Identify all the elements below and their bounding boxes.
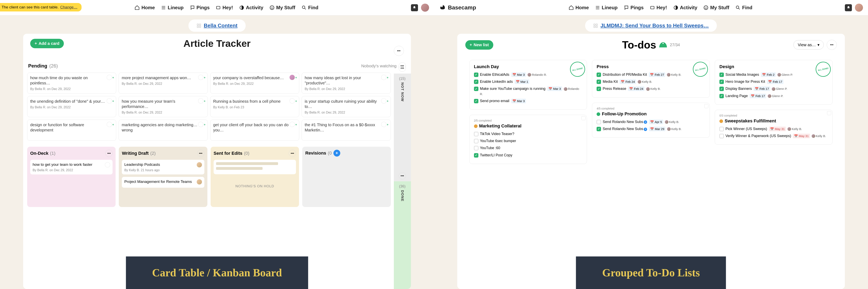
done-rail[interactable]: ••• (36) DONE	[394, 181, 411, 289]
checkbox[interactable]	[474, 99, 478, 103]
todo-item[interactable]: Send Rolando New Subs+ 📅 Mar 29 Kelly B.	[597, 127, 705, 132]
todo-item[interactable]: YouTube 6sec bumper	[474, 139, 583, 144]
checkbox[interactable]	[719, 134, 724, 138]
todo-item[interactable]: YouTube :60	[474, 145, 583, 150]
user-avatar[interactable]	[855, 4, 863, 12]
todo-item[interactable]: Hero Image for Press Kit 📅 Feb 17	[719, 79, 828, 84]
todo-item[interactable]: Send promo email 📅 Mar 3	[474, 99, 583, 104]
todo-list[interactable]: ALL DONE!Launch DayEnable EthicalAds 📅 M…	[469, 60, 587, 110]
not-now-rail[interactable]: ••• (15) NOT NOW	[394, 74, 411, 181]
not-now-menu[interactable]: •••	[399, 65, 406, 72]
nav-activity[interactable]: Activity	[239, 5, 264, 10]
todo-list[interactable]: 4/5 completedFollow-Up PromotionSend Rol…	[592, 103, 710, 138]
card[interactable]: the unending definition of "done" & your…	[27, 96, 116, 117]
card[interactable]: how you measure your team's performance……	[119, 96, 208, 117]
stage-card[interactable]: Leadership PodcastsBy Kelly B. 21 hours …	[122, 160, 204, 175]
stage-card[interactable]: Project Management for Remote Teams	[122, 177, 204, 188]
checkbox[interactable]	[474, 86, 478, 91]
checkbox[interactable]	[597, 127, 601, 131]
checkbox[interactable]	[597, 120, 601, 124]
todo-item[interactable]: Enable LinkedIn ads 📅 Mar 1	[474, 79, 583, 84]
nav-mystuff[interactable]: My Stuff	[703, 5, 729, 10]
change-visibility-link[interactable]: Change…	[60, 5, 78, 9]
todo-list[interactable]: 0/3 completedSweepstakes FulfillmentPick…	[715, 110, 833, 145]
stage-menu[interactable]: •••	[105, 150, 113, 157]
todo-list[interactable]: 2/5 completedMarketing CollateralTikTok …	[469, 115, 587, 164]
stage-menu[interactable]: •••	[289, 150, 296, 157]
done-menu[interactable]: •••	[399, 172, 406, 179]
todo-item[interactable]: Make sure YouTube campaign is running 📅 …	[474, 86, 583, 96]
todo-item[interactable]: Enable EthicalAds 📅 Mar 3 Rolando R.	[474, 72, 583, 77]
add-stage-button[interactable]: +	[334, 150, 340, 156]
project-breadcrumb[interactable]: JLMDMJ: Send Your Boss to Hell Sweeps…	[585, 20, 717, 32]
list-handle[interactable]	[582, 116, 586, 120]
card-table-menu[interactable]: •••	[394, 46, 404, 56]
card[interactable]: marketing agencies are doing marketing…w…	[119, 119, 208, 141]
card[interactable]: Running a business from a cell phoneBy K…	[210, 96, 299, 117]
nav-find[interactable]: Find	[302, 5, 318, 10]
stage-card[interactable]: how to get your team to work fasterBy Be…	[30, 160, 113, 175]
list-handle[interactable]	[704, 104, 708, 108]
nav-hey[interactable]: Hey!	[650, 5, 667, 10]
list-handle[interactable]	[827, 111, 831, 115]
todo-item[interactable]: TikTok Video Teaser?	[474, 132, 583, 137]
todos-menu[interactable]: •••	[827, 40, 837, 50]
nav-lineup[interactable]: Lineup	[595, 5, 618, 10]
checkbox[interactable]	[474, 153, 478, 157]
todo-item[interactable]: Send Rolando New Subs+ 📅 Apr 5 Kelly B.	[597, 119, 705, 124]
card[interactable]: how many ideas get lost in your "product…	[302, 73, 391, 94]
nav-mystuff[interactable]: My Stuff	[270, 5, 296, 10]
nav-pings[interactable]: Pings	[624, 5, 644, 10]
nav-lineup[interactable]: Lineup	[161, 5, 184, 10]
checkbox[interactable]	[474, 132, 478, 136]
card[interactable]: more project management apps won…By Bell…	[119, 73, 208, 94]
logo[interactable]: Basecamp	[439, 4, 476, 11]
todo-item[interactable]: Distribution of PR/Media Kit 📅 Feb 27 Ke…	[597, 72, 705, 77]
card[interactable]: your company is overstaffed because…By B…	[210, 73, 299, 94]
todo-item[interactable]: Landing Page 📅 Feb 17 Glenn P.	[719, 94, 828, 99]
checkbox[interactable]	[719, 86, 724, 91]
checkbox[interactable]	[719, 94, 724, 98]
checkbox[interactable]	[474, 139, 478, 143]
card[interactable]: the #1 Thing to Focus on as a $0-$xxxx M…	[302, 119, 391, 141]
hill-chart-icon[interactable]	[659, 42, 667, 47]
new-list-button[interactable]: +New list	[465, 40, 493, 50]
watchers-text[interactable]: Nobody's watching	[361, 64, 397, 68]
expand-icon[interactable]: +	[644, 128, 647, 131]
checkbox[interactable]	[597, 80, 601, 84]
todo-list[interactable]: ALL DONE!DesignSocial Media Images 📅 Feb…	[715, 60, 833, 105]
card[interactable]: how much time do you waste on pointless……	[27, 73, 116, 94]
user-avatar[interactable]	[421, 4, 429, 12]
todo-item[interactable]: Media Kit 📅 Feb 24 Kelly B.	[597, 79, 705, 84]
nav-find[interactable]: Find	[735, 5, 752, 10]
nav-home[interactable]: Home	[568, 5, 589, 10]
expand-icon[interactable]: +	[644, 120, 647, 124]
card[interactable]: is your startup culture ruining your abi…	[302, 96, 391, 117]
todo-item[interactable]: Verify Winner & Paperwork (US Sweeps) 📅 …	[719, 134, 828, 139]
nav-hey[interactable]: Hey!	[216, 5, 233, 10]
todo-item[interactable]: Press Release 📅 Feb 24 Kelly B.	[597, 86, 705, 91]
project-breadcrumb[interactable]: Bella Content	[188, 20, 246, 32]
checkbox[interactable]	[474, 146, 478, 150]
checkbox[interactable]	[474, 80, 478, 84]
checkbox[interactable]	[597, 86, 601, 91]
todo-item[interactable]: Pick Winner (US Sweeps) 📅 May 31 Kelly B…	[719, 127, 828, 132]
checkbox[interactable]	[597, 73, 601, 77]
card[interactable]: design or function for software developm…	[27, 119, 116, 141]
todo-item[interactable]: Display Banners 📅 Feb 17 Glenn P.	[719, 86, 828, 91]
checkbox[interactable]	[719, 80, 724, 84]
checkbox[interactable]	[474, 73, 478, 77]
stage-menu[interactable]: •••	[197, 150, 205, 157]
nav-home[interactable]: Home	[134, 5, 155, 10]
notifications-button[interactable]	[411, 4, 418, 11]
checkbox[interactable]	[719, 73, 724, 77]
notifications-button[interactable]	[845, 4, 852, 11]
nav-pings[interactable]: Pings	[190, 5, 210, 10]
view-as-button[interactable]: View as…▾	[794, 40, 824, 49]
checkbox[interactable]	[719, 127, 724, 131]
add-card-button[interactable]: +Add a card	[30, 39, 64, 48]
nav-activity[interactable]: Activity	[673, 5, 698, 10]
card[interactable]: get your client off your back so you can…	[210, 119, 299, 141]
todo-item[interactable]: Twitter/LI Post Copy	[474, 153, 583, 158]
todo-list[interactable]: ALL DONE!PressDistribution of PR/Media K…	[592, 60, 710, 98]
